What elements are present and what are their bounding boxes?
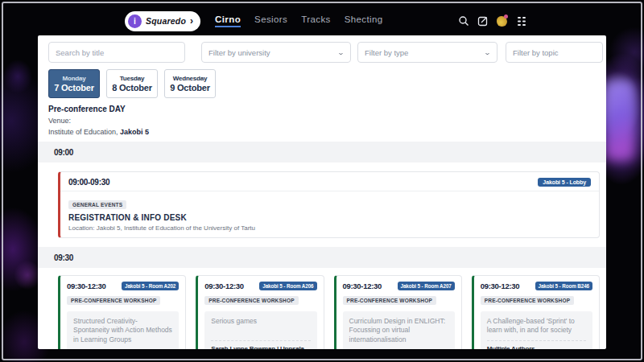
venue-location: Institute of Education, Jakobi 5 — [48, 128, 606, 136]
event-time-range: 09:00-09:30 — [68, 178, 109, 187]
event-time-range: 09:30-12:30 — [343, 282, 382, 290]
logo-text: Squaredo — [146, 16, 186, 26]
nav-links: Cirno Sesiors Tracks Shecting — [215, 14, 383, 27]
time-section-0930: 09:30 — [38, 247, 606, 268]
workshop-card-a207[interactable]: 09:30-12:30 Jakobi 5 - Room A207 PRE-CON… — [334, 275, 462, 349]
workshop-cards-row: 09:30-12:30 Jakobi 5 - Room A202 PRE-CON… — [58, 275, 600, 349]
tab-day-label: Tuesday — [120, 75, 144, 82]
workshop-card-a206[interactable]: 09:30-12:30 Jakobi 5 - Room A206 PRE-CON… — [196, 275, 324, 349]
room-badge: Jakobi 5 - Room A202 — [122, 282, 179, 290]
app-screen: i Squaredo › Cirno Sesiors Tracks Shecti… — [38, 6, 606, 351]
logo-badge-icon: i — [128, 14, 142, 28]
avatar-icon[interactable] — [496, 15, 508, 27]
chevron-right-icon: › — [190, 16, 193, 26]
tab-wednesday-9-october[interactable]: Wednesday 9 October — [164, 69, 216, 98]
event-title: Structured Creativity-Spontaneity with A… — [73, 317, 172, 344]
tab-date-label: 9 October — [170, 83, 210, 93]
event-card-registration[interactable]: 09:00-09:30 Jakobi 5 - Lobby GENERAL EVE… — [58, 171, 600, 238]
edit-icon[interactable] — [477, 15, 489, 27]
tab-monday-7-october[interactable]: Monday 7 October — [48, 69, 100, 98]
room-badge: Jakobi 5 - Room A206 — [259, 282, 316, 290]
nav-item-3[interactable]: Shecting — [345, 14, 383, 27]
event-type-tag: GENERAL EVENTS — [68, 200, 126, 209]
purple-light-glow — [605, 80, 634, 161]
event-type-tag: PRE-CONFERENCE WORKSHOP — [67, 296, 160, 305]
event-time-range: 09:30-12:30 — [204, 282, 243, 290]
search-input[interactable] — [48, 42, 185, 63]
day-heading: Pre-conference DAY — [48, 105, 606, 113]
date-tabs: Monday 7 October Tuesday 8 October Wedne… — [48, 69, 606, 98]
section-time-label: 09:30 — [54, 253, 73, 262]
divider — [487, 340, 586, 341]
event-authors: Sarah Lynne Bowman | Uppsala University — [211, 345, 310, 349]
type-filter-select[interactable]: Filter by type ⌄ — [357, 42, 497, 63]
top-navbar: i Squaredo › Cirno Sesiors Tracks Shecti… — [38, 6, 606, 35]
schedule-panel: Filter by university ⌄ Filter by type ⌄ … — [38, 35, 606, 349]
grid-menu-icon[interactable] — [515, 15, 527, 27]
event-card-header: 09:00-09:30 Jakobi 5 - Lobby — [60, 172, 599, 191]
time-section-0900: 09:00 — [38, 142, 606, 162]
room-badge: Jakobi 5 - Room A207 — [398, 282, 455, 290]
workshop-card-a202[interactable]: 09:30-12:30 Jakobi 5 - Room A202 PRE-CON… — [58, 275, 186, 349]
event-authors: Multiple Authors — [487, 345, 586, 349]
section-time-label: 09:00 — [54, 148, 73, 157]
event-title: Curriculum Design in ENLIGHT: Focussing … — [349, 317, 448, 344]
tab-date-label: 7 October — [54, 83, 94, 93]
workshop-card-b246[interactable]: 09:30-12:30 Jakobi 5 - Room B246 PRE-CON… — [472, 275, 600, 349]
search-icon[interactable] — [457, 15, 469, 27]
event-type-tag: PRE-CONFERENCE WORKSHOP — [343, 296, 436, 305]
divider — [211, 340, 310, 341]
venue-block: Pre-conference DAY Venue: Institute of E… — [48, 105, 606, 136]
filter-bar: Filter by university ⌄ Filter by type ⌄ … — [48, 42, 606, 63]
tab-day-label: Wednesday — [173, 75, 208, 82]
university-filter-select[interactable]: Filter by university ⌄ — [201, 42, 351, 63]
room-badge: Jakobi 5 - Lobby — [538, 178, 591, 187]
event-time-range: 09:30-12:30 — [481, 282, 519, 290]
room-badge: Jakobi 5 - Room B246 — [535, 282, 592, 290]
event-time-range: 09:30-12:30 — [67, 282, 105, 290]
tab-date-label: 8 October — [112, 83, 152, 93]
event-title: REGISTRATION & INFO DESK — [68, 213, 591, 222]
event-card-body: GENERAL EVENTS REGISTRATION & INFO DESK … — [60, 191, 599, 237]
university-filter-label: Filter by university — [208, 48, 270, 57]
topic-filter-select[interactable]: Filter by topic — [506, 42, 603, 63]
event-title: A Challenge-based 'Sprint' to learn with… — [487, 317, 586, 335]
event-title: Serious games — [211, 317, 310, 335]
event-type-tag: PRE-CONFERENCE WORKSHOP — [204, 296, 298, 305]
logo-button[interactable]: i Squaredo › — [125, 11, 200, 31]
event-type-tag: PRE-CONFERENCE WORKSHOP — [481, 296, 574, 305]
tab-tuesday-8-october[interactable]: Tuesday 8 October — [106, 69, 158, 98]
event-location: Location: Jakobi 5, Institute of Educati… — [68, 224, 591, 232]
chevron-down-icon: ⌄ — [337, 49, 345, 56]
type-filter-label: Filter by type — [365, 48, 408, 57]
nav-item-1[interactable]: Sesiors — [254, 14, 287, 27]
nav-icons — [457, 15, 527, 27]
nav-item-2[interactable]: Tracks — [301, 14, 330, 27]
nav-item-0[interactable]: Cirno — [215, 14, 241, 27]
venue-label: Venue: — [48, 117, 606, 125]
chevron-down-icon: ⌄ — [484, 49, 491, 56]
topic-filter-label: Filter by topic — [513, 48, 559, 57]
tab-day-label: Monday — [62, 75, 85, 82]
